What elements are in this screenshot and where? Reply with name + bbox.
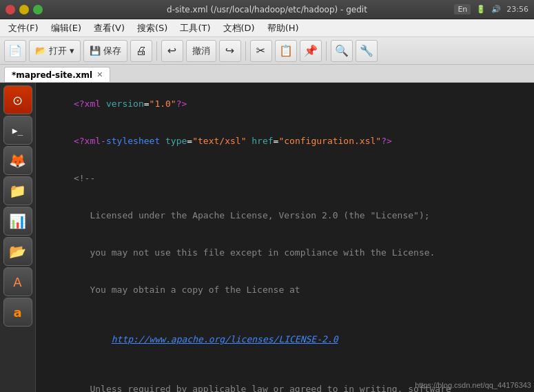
settings-icon: 🔧 — [360, 44, 373, 57]
store-icon: a — [13, 305, 21, 320]
editor-area[interactable]: <?xml version="1.0"?> <?xml-stylesheet t… — [36, 83, 534, 392]
xml-decl: <?xml — [74, 99, 106, 109]
folder-icon: 📂 — [9, 243, 26, 260]
menu-tools[interactable]: 工具(T) — [174, 21, 216, 36]
close-button[interactable] — [6, 5, 15, 14]
cut-icon: ✂ — [256, 44, 265, 57]
toolbar-separator-1 — [156, 41, 157, 61]
open-label: 打开 — [49, 45, 67, 57]
toolbar: 📄 📂 打开 ▾ 💾 保存 🖨 ↩ 撤消 ↪ ✂ 📋 📌 🔍 🔧 — [0, 37, 534, 65]
undo-icon: ↩ — [167, 44, 176, 57]
apache-link[interactable]: http://www.apache.org/licenses/LICENSE-2… — [112, 334, 338, 344]
find-icon: 🔍 — [335, 44, 349, 57]
code-line-4: Licensed under the Apache License, Versi… — [36, 197, 534, 234]
sidebar-folder[interactable]: 📂 — [3, 237, 32, 266]
code-line-8: http://www.apache.org/licenses/LICENSE-2… — [36, 321, 534, 358]
titlebar: d-site.xml (/usr/local/hadoop/etc/hadoop… — [0, 0, 534, 19]
menu-view[interactable]: 查看(V) — [88, 21, 130, 36]
save-button[interactable]: 💾 保存 — [83, 40, 127, 62]
keyboard-layout: En — [454, 4, 471, 14]
code-line-9 — [36, 358, 534, 371]
menubar: 文件(F) 编辑(E) 查看(V) 搜索(S) 工具(T) 文档(D) 帮助(H… — [0, 19, 534, 37]
maximize-button[interactable] — [33, 5, 43, 14]
code-line-7 — [36, 309, 534, 321]
calc-icon: 📊 — [9, 213, 26, 229]
undo-label: 撤消 — [192, 45, 210, 57]
sidebar-firefox[interactable]: 🦊 — [3, 146, 32, 175]
battery-icon: 🔋 — [476, 5, 486, 14]
cut-button[interactable]: ✂ — [250, 40, 272, 62]
volume-icon: 🔊 — [491, 5, 501, 14]
firefox-icon: 🦊 — [9, 152, 26, 169]
redo-icon: ↪ — [225, 44, 234, 57]
tab-label: *mapred-site.xml — [12, 70, 92, 80]
titlebar-right: En 🔋 🔊 23:56 — [454, 4, 528, 14]
undo-button[interactable]: ↩ — [161, 40, 183, 62]
minimize-button[interactable] — [19, 5, 29, 14]
new-icon: 📄 — [8, 44, 22, 57]
redo-button[interactable]: ↪ — [219, 40, 241, 62]
paste-button[interactable]: 📌 — [300, 40, 322, 62]
paste-icon: 📌 — [304, 44, 318, 57]
settings-button[interactable]: 🔧 — [356, 40, 378, 62]
text-icon: A — [13, 275, 21, 289]
toolbar-separator-3 — [326, 41, 327, 61]
sidebar-text[interactable]: A — [3, 267, 32, 296]
window-title: d-site.xml (/usr/local/hadoop/etc/hadoop… — [167, 5, 367, 14]
menu-edit[interactable]: 编辑(E) — [45, 21, 87, 36]
code-line-2: <?xml-stylesheet type="text/xsl" href="c… — [36, 123, 534, 160]
code-line-5: you may not use this file except in comp… — [36, 234, 534, 271]
menu-help[interactable]: 帮助(H) — [262, 21, 305, 36]
ubuntu-icon: ⊙ — [12, 93, 23, 107]
terminal-icon: ▶_ — [12, 125, 23, 136]
code-line-3: <!-- — [36, 160, 534, 197]
copy-icon: 📋 — [279, 44, 293, 57]
code-line-6: You may obtain a copy of the License at — [36, 271, 534, 309]
clock: 23:56 — [506, 5, 528, 14]
main-area: ⊙ ▶_ 🦊 📁 📊 📂 A a <?xml version="1.0"?> < — [0, 83, 534, 392]
open-arrow: ▾ — [70, 45, 74, 56]
sidebar-files[interactable]: 📁 — [3, 176, 32, 205]
save-icon: 💾 — [90, 45, 101, 56]
titlebar-controls — [6, 5, 43, 14]
menu-file[interactable]: 文件(F) — [3, 21, 44, 36]
files-icon: 📁 — [9, 183, 26, 199]
sidebar-calc[interactable]: 📊 — [3, 207, 32, 236]
print-icon: 🖨 — [136, 44, 147, 57]
sidebar-ubuntu[interactable]: ⊙ — [3, 85, 32, 114]
sidebar-store[interactable]: a — [3, 298, 32, 327]
open-icon: 📂 — [35, 45, 46, 56]
find-button[interactable]: 🔍 — [331, 40, 353, 62]
menu-documents[interactable]: 文档(D) — [218, 21, 260, 36]
menu-search[interactable]: 搜索(S) — [132, 21, 173, 36]
tab-close-button[interactable]: ✕ — [96, 70, 103, 79]
open-button[interactable]: 📂 打开 ▾ — [29, 40, 81, 62]
toolbar-separator-2 — [245, 41, 246, 61]
tab-mapred-site[interactable]: *mapred-site.xml ✕ — [4, 67, 110, 82]
save-label: 保存 — [103, 45, 121, 57]
tabbar: *mapred-site.xml ✕ — [0, 65, 534, 83]
code-line-1: <?xml version="1.0"?> — [36, 85, 534, 123]
undo-label-button[interactable]: 撤消 — [186, 40, 216, 62]
copy-button[interactable]: 📋 — [275, 40, 297, 62]
watermark: https://blog.csdn.net/qq_44176343 — [415, 381, 531, 389]
new-button[interactable]: 📄 — [4, 40, 26, 62]
sidebar: ⊙ ▶_ 🦊 📁 📊 📂 A a — [0, 83, 36, 392]
print-button[interactable]: 🖨 — [130, 40, 152, 62]
sidebar-terminal[interactable]: ▶_ — [3, 116, 32, 145]
